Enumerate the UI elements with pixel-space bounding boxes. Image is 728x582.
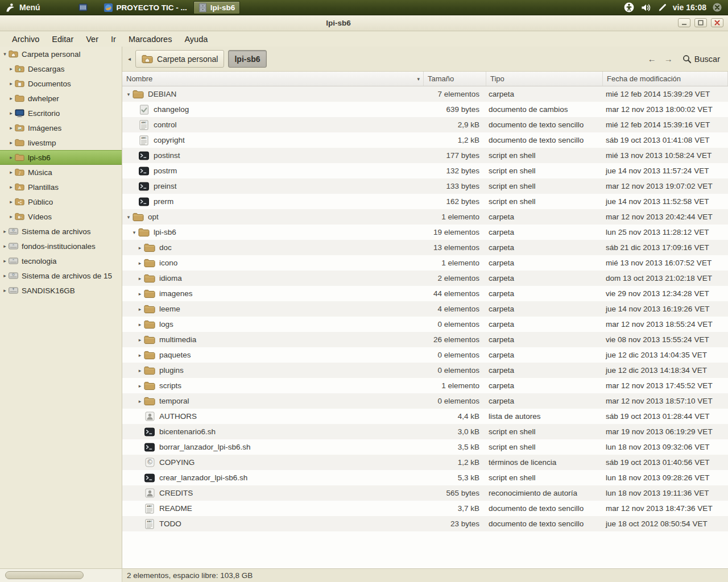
file-row[interactable]: postinst177 bytesscript en shellmié 13 n… [122,148,728,163]
sidebar-item-plantillas[interactable]: ▸APlantillas [0,180,122,194]
search-button[interactable]: Buscar [682,55,720,64]
expander-icon[interactable]: ▸ [136,368,144,373]
expander-icon[interactable]: ▸ [7,214,15,219]
expander-icon[interactable]: ▸ [7,155,15,160]
expander-icon[interactable]: ▸ [7,140,15,146]
expander-icon[interactable]: ▸ [136,383,144,389]
minimize-button[interactable] [678,18,690,27]
file-row[interactable]: ▸leeme4 elementoscarpetajue 14 nov 2013 … [122,301,728,317]
file-row[interactable]: ▾opt1 elementocarpetamar 12 nov 2013 20:… [122,209,728,225]
file-row[interactable]: borrar_lanzador_lpi-sb6.sh3,5 kBscript e… [122,439,728,455]
expander-icon[interactable]: ▾ [130,230,138,235]
file-row[interactable]: ▸scripts1 elementocarpetamar 12 nov 2013… [122,378,728,393]
expander-icon[interactable]: ▸ [136,291,144,297]
sidebar-item-tecnologia[interactable]: ▸tecnologia [0,253,122,268]
menu-ver[interactable]: Ver [80,33,105,45]
file-row[interactable]: ABCcopyright1,2 kBdocumento de texto sen… [122,132,728,148]
sidebar-item-v-deos[interactable]: ▸Vídeos [0,209,122,224]
expander-icon[interactable]: ▸ [1,273,9,278]
sidebar-item-documentos[interactable]: ▸Documentos [0,76,122,91]
sidebar-item-m-sica[interactable]: ▸♪Música [0,165,122,180]
sidebar-item-p-blico[interactable]: ▸Público [0,194,122,209]
window-titlebar[interactable]: lpi-sb6 [0,15,728,31]
file-row[interactable]: postrm132 bytesscript en shelljue 14 nov… [122,163,728,178]
expander-icon[interactable]: ▸ [7,110,15,116]
accessibility-icon[interactable] [623,2,635,13]
sidebar-item-livestmp[interactable]: ▸livestmp [0,135,122,150]
expander-icon[interactable]: ▸ [136,352,144,358]
pathbar-button[interactable]: lpi-sb6 [228,50,266,68]
file-row[interactable]: ▸multimedia26 elementoscarpetavie 08 nov… [122,332,728,347]
sidebar-item-carpeta-personal[interactable]: ▾Carpeta personal [0,47,122,61]
pathbar-button[interactable]: Carpeta personal [135,50,224,68]
expander-icon[interactable]: ▸ [136,245,144,251]
sidebar-item-sistema-de-archivos-de-15[interactable]: ▸Sistema de archivos de 15 [0,268,122,283]
expander-icon[interactable]: ▸ [7,169,15,175]
sidebar-item-im-genes[interactable]: ▸Imágenes [0,120,122,135]
file-row[interactable]: ▸idioma2 elementoscarpetadom 13 oct 2013… [122,271,728,286]
file-row[interactable]: prerm162 bytesscript en shelljue 14 nov … [122,194,728,209]
file-row[interactable]: CREDITS565 bytesreconocimiento de autorí… [122,485,728,501]
close-button[interactable] [711,18,723,27]
menu-ir[interactable]: Ir [105,33,122,45]
expander-icon[interactable]: ▸ [136,337,144,343]
file-row[interactable]: ▾DEBIAN7 elementoscarpetamié 12 feb 2014… [122,86,728,102]
expander-icon[interactable]: ▸ [7,199,15,205]
stylus-icon[interactable] [657,3,667,13]
expander-icon[interactable]: ▸ [7,95,15,101]
expander-icon[interactable]: ▸ [136,322,144,327]
expander-icon[interactable]: ▸ [136,306,144,312]
sidebar-item-escritorio[interactable]: ▸Escritorio [0,106,122,120]
file-row[interactable]: ▸doc13 elementoscarpetasáb 21 dic 2013 1… [122,240,728,255]
column-header-fecha-de-modificaci-n[interactable]: Fecha de modificación [603,72,728,86]
pathbar-scroll-left-icon[interactable]: ◂ [128,56,131,62]
expander-icon[interactable]: ▸ [1,288,9,293]
scrollbar-thumb[interactable] [5,571,84,579]
expander-icon[interactable]: ▸ [1,258,9,264]
column-header-tipo[interactable]: Tipo [486,72,603,86]
expander-icon[interactable]: ▸ [1,228,9,234]
clock[interactable]: vie 16:08 [673,3,706,12]
expander-icon[interactable]: ▸ [7,81,15,86]
taskbar-item[interactable]: lpi-sb6 [193,1,241,14]
file-row[interactable]: changelog639 bytesdocumento de cambiosma… [122,102,728,117]
expander-icon[interactable]: ▸ [136,276,144,281]
expander-icon[interactable]: ▸ [136,260,144,266]
sidebar-item-descargas[interactable]: ▸Descargas [0,61,122,76]
file-row[interactable]: ▸temporal0 elementoscarpetamar 12 nov 20… [122,393,728,409]
shredder-launcher[interactable] [76,0,90,15]
maximize-button[interactable] [694,18,707,27]
sidebar-item-dwhelper[interactable]: ▸dwhelper [0,91,122,106]
file-row[interactable]: ABCcontrol2,9 kBdocumento de texto senci… [122,117,728,132]
file-row[interactable]: ▸paquetes0 elementoscarpetajue 12 dic 20… [122,347,728,363]
expander-icon[interactable]: ▸ [7,184,15,190]
expander-icon[interactable]: ▾ [1,51,9,57]
back-arrow-icon[interactable]: ← [648,54,656,64]
taskbar-item[interactable]: PROYECTO TIC - ... [98,1,192,14]
sidebar-horizontal-scrollbar[interactable] [0,569,122,582]
file-row[interactable]: bicentenario6.sh3,0 kBscript en shellmar… [122,424,728,439]
file-row[interactable]: ABCREADME3,7 kBdocumento de texto sencil… [122,501,728,516]
expander-icon[interactable]: ▾ [125,92,133,97]
file-row[interactable]: ▸logs0 elementoscarpetamar 12 nov 2013 1… [122,317,728,332]
expander-icon[interactable]: ▸ [136,398,144,404]
file-row[interactable]: preinst133 bytesscript en shellmar 12 no… [122,178,728,194]
menu-marcadores[interactable]: Marcadores [122,33,179,45]
file-row[interactable]: ABCTODO23 bytesdocumento de texto sencil… [122,516,728,531]
file-row[interactable]: crear_lanzador_lpi-sb6.sh5,3 kBscript en… [122,470,728,485]
menu-editar[interactable]: Editar [46,33,80,45]
file-row[interactable]: AUTHORS4,4 kBlista de autoressáb 19 oct … [122,409,728,424]
expander-icon[interactable]: ▸ [1,243,9,249]
file-row[interactable]: ©COPYING1,2 kBtérminos de licenciasáb 19… [122,455,728,470]
expander-icon[interactable]: ▸ [7,66,15,72]
expander-icon[interactable]: ▸ [7,125,15,131]
sidebar-item-sandisk16gb[interactable]: ▸SANDISK16GB [0,283,122,298]
volume-icon[interactable] [640,3,652,13]
file-row[interactable]: ▸plugins0 elementoscarpetajue 12 dic 201… [122,363,728,378]
expander-icon[interactable]: ▾ [125,214,133,220]
applications-menu-button[interactable]: Menú [0,0,48,15]
sidebar-item-lpi-sb6[interactable]: ▸lpi-sb6 [0,150,122,165]
file-row[interactable]: ▾lpi-sb619 elementoscarpetalun 25 nov 20… [122,225,728,240]
sidebar-item-fondos-institucionales[interactable]: ▸fondos-institucionales [0,239,122,253]
menu-archivo[interactable]: Archivo [6,33,46,45]
